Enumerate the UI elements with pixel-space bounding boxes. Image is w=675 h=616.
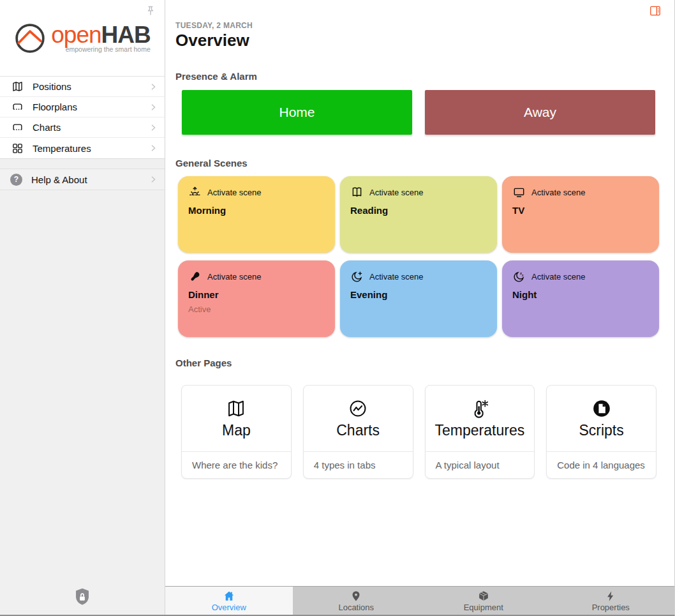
scene-title: TV: [512, 205, 649, 216]
page-card-map[interactable]: Map Where are the kids?: [181, 385, 292, 479]
home-icon: [223, 590, 235, 603]
overview-page: TUESDAY, 2 MARCH Overview Presence & Ala…: [165, 0, 674, 586]
floorplan-icon: [11, 101, 24, 113]
location-pin-icon: [350, 590, 362, 603]
openhab-logo-icon: [14, 22, 46, 54]
scene-card-reading[interactable]: Activate scene Reading: [340, 176, 497, 253]
tab-label: Properties: [592, 603, 630, 612]
question-icon: ?: [10, 174, 22, 186]
sidebar-item-positions[interactable]: Positions: [0, 77, 165, 97]
pages-grid: Map Where are the kids? Charts 4 types i…: [181, 385, 656, 479]
sidebar-item-label: Help & About: [31, 174, 148, 185]
tv-icon: [512, 186, 526, 199]
chart-wave-circle-icon: [348, 398, 368, 419]
floorplan-icon: [11, 121, 24, 133]
moon-zzz-icon: zz: [512, 270, 526, 283]
page-card-charts[interactable]: Charts 4 types in tabs: [303, 385, 413, 479]
chevron-right-icon: [148, 123, 158, 133]
sidebar-nav: Positions Floorplans Charts: [0, 76, 165, 159]
scenes-grid: Activate scene Morning Activate scene Re…: [178, 176, 659, 337]
tab-label: Overview: [212, 603, 246, 612]
scene-card-morning[interactable]: Activate scene Morning: [178, 176, 335, 253]
bolt-icon: [604, 590, 617, 603]
current-date: TUESDAY, 2 MARCH: [175, 21, 659, 30]
open-book-icon: [350, 186, 364, 199]
right-panel-toggle-icon[interactable]: [649, 5, 662, 17]
sidebar-item-label: Positions: [33, 81, 148, 92]
scene-card-tv[interactable]: Activate scene TV: [502, 176, 659, 253]
scene-title: Dinner: [188, 289, 325, 300]
page-card-title: Map: [222, 422, 251, 439]
tab-properties[interactable]: Properties: [547, 587, 675, 615]
scene-title: Morning: [188, 205, 325, 216]
pushpin-icon[interactable]: [144, 4, 157, 19]
scene-status: Active: [188, 304, 325, 314]
page-card-subtitle: 4 types in tabs: [304, 452, 413, 478]
page-card-subtitle: Code in 4 languages: [547, 452, 656, 478]
drumstick-icon: [188, 270, 202, 283]
page-title: Overview: [175, 31, 659, 50]
scene-action-label: Activate scene: [207, 188, 262, 197]
scene-action-label: Activate scene: [531, 188, 586, 197]
section-title-pages: Other Pages: [175, 357, 659, 368]
sidebar: openHAB empowering the smart home Positi…: [0, 0, 165, 615]
home-button[interactable]: Home: [182, 90, 412, 135]
page-card-title: Charts: [336, 422, 380, 439]
logo-wordmark: openHAB empowering the smart home: [51, 24, 150, 53]
logo-hab-text: HAB: [101, 22, 151, 48]
main-panel: TUESDAY, 2 MARCH Overview Presence & Ala…: [165, 0, 674, 615]
map-icon: [226, 398, 246, 419]
page-card-subtitle: Where are the kids?: [182, 452, 291, 478]
sidebar-item-charts[interactable]: Charts: [0, 117, 165, 138]
scene-title: Night: [512, 289, 649, 300]
scene-action-label: Activate scene: [207, 272, 262, 282]
page-card-subtitle: A typical layout: [426, 452, 535, 478]
chevron-right-icon: [148, 174, 158, 184]
logo-area: openHAB empowering the smart home: [0, 0, 165, 76]
svg-text:z: z: [522, 274, 524, 277]
sidebar-item-label: Temperatures: [33, 143, 148, 154]
page-card-temperatures[interactable]: Temperatures A typical layout: [425, 385, 535, 479]
sidebar-item-label: Charts: [33, 122, 148, 133]
scene-card-night[interactable]: zz Activate scene Night: [502, 260, 659, 337]
page-card-title: Temperatures: [435, 422, 525, 439]
bottom-tab-bar: Overview Locations Equipment Properties: [165, 586, 674, 615]
scene-action-label: Activate scene: [369, 272, 424, 282]
sidebar-item-temperatures[interactable]: Temperatures: [0, 138, 165, 158]
logo-tagline: empowering the smart home: [51, 45, 150, 53]
openhab-window: openHAB empowering the smart home Positi…: [0, 0, 675, 616]
page-card-title: Scripts: [579, 422, 623, 439]
lock-shield-icon[interactable]: [74, 587, 91, 607]
tab-label: Equipment: [464, 603, 503, 612]
moon-stars-icon: [350, 270, 364, 283]
tab-overview[interactable]: Overview: [165, 587, 293, 615]
chevron-right-icon: [148, 82, 158, 92]
sidebar-item-label: Floorplans: [33, 101, 148, 112]
section-title-scenes: General Scenes: [175, 158, 659, 169]
chevron-right-icon: [148, 143, 158, 153]
tab-equipment[interactable]: Equipment: [420, 587, 547, 615]
scene-title: Reading: [350, 205, 487, 216]
scene-card-dinner[interactable]: Activate scene Dinner Active: [178, 260, 335, 337]
scene-card-evening[interactable]: Activate scene Evening: [340, 260, 497, 337]
scene-title: Evening: [350, 289, 487, 300]
section-title-presence: Presence & Alarm: [175, 71, 659, 82]
thermometer-snowflake-icon: [470, 398, 490, 419]
tab-locations[interactable]: Locations: [293, 587, 420, 615]
sidebar-item-help-about[interactable]: ? Help & About: [0, 169, 165, 190]
away-button[interactable]: Away: [425, 90, 655, 135]
scene-action-label: Activate scene: [369, 188, 424, 197]
script-file-icon: [591, 398, 612, 419]
grid-icon: [11, 142, 24, 154]
sidebar-item-floorplans[interactable]: Floorplans: [0, 97, 165, 117]
chevron-right-icon: [148, 102, 158, 112]
sunrise-icon: [188, 186, 202, 199]
presence-buttons: Home Away: [182, 90, 655, 135]
logo-open-text: open: [51, 22, 101, 48]
page-card-scripts[interactable]: Scripts Code in 4 languages: [546, 385, 656, 479]
tab-label: Locations: [338, 603, 374, 612]
map-icon: [11, 80, 24, 93]
cube-box-icon: [477, 590, 490, 603]
scene-action-label: Activate scene: [531, 272, 586, 282]
